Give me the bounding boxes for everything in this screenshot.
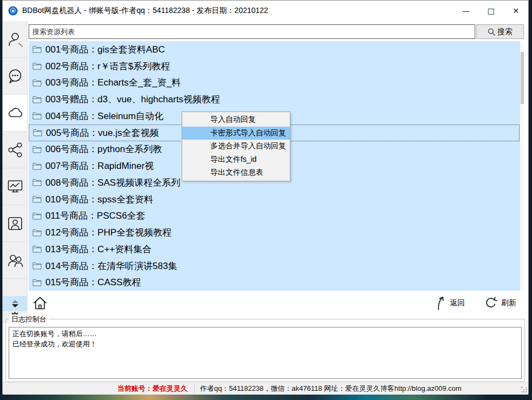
desktop-background: { "window": { "title": "BDBot网盘机器人 - 绑账号… [0,0,532,400]
scroll-down-arrow[interactable] [12,304,18,307]
folder-icon [32,162,42,170]
list-item-label: 004号商品：Seleinum自动化 [45,110,163,122]
sidebar-item-share[interactable] [3,132,27,168]
log-line: 已经登录成功，欢迎使用！ [12,339,518,350]
list-item-label: 011号商品：PSCS6全套 [45,209,145,222]
list-item[interactable]: 002号商品：r￥语言$系列教程 [29,58,520,75]
list-item-label: 007号商品：RapidMiner视 [45,160,154,172]
list-item-label: 001号商品：gis全套资料ABC [45,43,165,56]
list-item-label: 003号赠品：d3、vue、highcharts视频教程 [45,93,220,106]
folder-icon [32,229,42,237]
title-bar: BDBot网盘机器人 - 绑账号版-作者qq：541182238 - 发布日期：… [3,1,528,21]
app-window: BDBot网盘机器人 - 绑账号版-作者qq：541182238 - 发布日期：… [2,0,529,394]
folder-icon [32,146,42,153]
list-toolbar: 返回 刷新 [29,291,524,316]
list-item-label: 015号商品：CASS教程 [45,276,141,288]
scroll-up-arrow[interactable] [12,300,18,303]
current-account-label: 当前账号：爱在灵灵久 [3,384,194,394]
folder-icon [32,112,42,120]
list-item-label: 010号商品：spss全套资料 [45,193,153,206]
home-button[interactable] [32,296,48,311]
refresh-button[interactable]: 刷新 [483,296,516,311]
list-item-label: 006号商品：python全系列教 [45,143,162,155]
users-group-icon [6,251,24,270]
list-item-label: 005号商品：vue.js全套视频 [46,127,159,139]
list-item[interactable]: 001号商品：gis全套资料ABC [29,41,520,58]
search-button-label: 搜索 [497,27,513,37]
chat-bubble-icon [6,67,24,86]
sidebar-item-chat[interactable] [3,58,27,95]
folder-icon [33,129,42,136]
resize-grip[interactable] [521,387,527,393]
sidebar: ⚙ [3,21,28,323]
log-line: 正在切换账号，请稍后…… [12,329,518,339]
sidebar-item-contact-card[interactable] [3,205,27,242]
log-console-groupbox: 日志控制台 正在切换账号，请稍后……已经登录成功，欢迎使用！ [5,319,525,382]
sidebar-item-cloud[interactable] [3,95,27,132]
list-item[interactable]: 014号商品：在清华听演讲583集 [29,258,520,274]
window-title: BDBot网盘机器人 - 绑账号版-作者qq：541182238 - 发布日期：… [22,6,268,16]
list-item[interactable]: 003号商品：Echarts全_套_资_料 [29,75,520,91]
log-console-title: 日志控制台 [9,314,49,324]
refresh-icon [483,296,498,311]
folder-icon [32,262,42,270]
list-item-label: 002号商品：r￥语言$系列教程 [45,60,170,73]
search-row: 搜索 [29,24,524,39]
back-button[interactable]: 返回 [435,295,465,311]
folder-icon [32,62,42,70]
refresh-button-label: 刷新 [501,298,516,308]
folder-icon [32,79,42,87]
list-scrollbar[interactable] [520,41,524,291]
folder-icon [32,195,42,203]
search-input[interactable] [29,24,475,39]
user-icon [6,30,24,49]
sidebar-item-group[interactable] [3,242,27,279]
monitor-chart-icon [6,178,24,196]
list-item[interactable]: 011号商品：PSCS6全套 [29,208,520,225]
list-item[interactable]: 013号商品：C++资料集合 [29,241,520,258]
folder-icon [32,96,42,103]
share-icon [6,141,24,159]
context-menu: 导入自动回复卡密形式导入自动回复多选合并导入自动回复导出文件fs_id导出文件信… [182,112,290,181]
contact-card-icon [6,214,24,233]
list-item-label: 013号商品：C++资料集合 [45,243,152,255]
list-item-label: 014号商品：在清华听演讲583集 [45,260,177,272]
context-menu-item[interactable]: 导入自动回复 [182,113,290,127]
author-info-label: 作者qq：541182238，微信：ak476118 网址：爱在灵灵久博客htt… [195,384,462,394]
list-item[interactable]: 012号商品：PHP全套视频教程 [29,224,520,241]
folder-icon [32,212,42,220]
list-item[interactable]: 015号商品：CASS教程 [29,274,520,291]
list-item[interactable]: 003号赠品：d3、vue、highcharts视频教程 [29,91,520,108]
list-item-label: 003号商品：Echarts全_套_资_料 [45,76,181,89]
folder-icon [32,179,42,186]
folder-icon [32,279,42,286]
log-console-textarea[interactable]: 正在切换账号，请稍后……已经登录成功，欢迎使用！ [9,327,522,379]
list-item-label: 012号商品：PHP全套视频教程 [45,226,171,239]
sidebar-item-monitor[interactable] [3,168,27,205]
sidebar-item-user[interactable] [3,21,27,58]
minimize-button[interactable]: — [454,1,478,21]
sidebar-scroll-control[interactable] [3,296,27,311]
search-button[interactable]: 搜索 [476,24,524,39]
list-item-label: 008号商品：SAS视频课程全系列 [45,176,180,189]
up-arrow-icon [435,295,447,311]
context-menu-item[interactable]: 多选合并导入自动回复 [182,140,290,153]
maximize-button[interactable]: □ [478,1,503,21]
folder-icon [32,45,42,53]
context-menu-item[interactable]: 导出文件信息表 [182,166,290,180]
folder-icon [32,245,42,253]
status-bar: 当前账号：爱在灵灵久 作者qq：541182238，微信：ak476118 网址… [3,382,528,395]
close-button[interactable]: ✕ [503,1,528,21]
context-menu-item[interactable]: 导出文件fs_id [182,153,290,167]
back-button-label: 返回 [450,298,465,308]
sidebar-spacer [3,279,27,296]
home-icon [32,296,48,311]
list-item[interactable]: 010号商品：spss全套资料 [29,191,520,208]
bdbot-logo-icon [8,6,18,16]
list-scrollbar-thumb[interactable] [521,52,524,104]
context-menu-item[interactable]: 卡密形式导入自动回复 [182,127,290,140]
cloud-icon [6,104,24,122]
magnifier-icon [488,28,495,36]
